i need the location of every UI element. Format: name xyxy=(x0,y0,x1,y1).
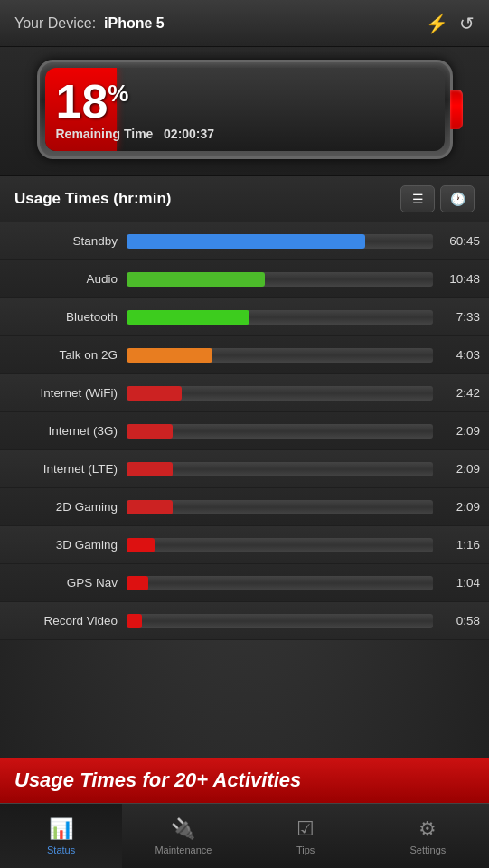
usage-bar-fill xyxy=(127,500,173,514)
status-tab-label: Status xyxy=(47,844,75,855)
maintenance-tab-icon: 🔌 xyxy=(171,817,195,841)
usage-controls: ☰ 🕐 xyxy=(400,185,475,212)
usage-bar-container xyxy=(127,500,433,514)
usage-row-label: Standby xyxy=(9,234,127,248)
refresh-icon[interactable]: ↺ xyxy=(459,13,475,34)
usage-bar-fill xyxy=(127,234,365,249)
header: Your Device: iPhone 5 ⚡ ↺ xyxy=(0,0,489,47)
tips-tab-icon: ☑ xyxy=(296,817,315,841)
battery-percent: 18% xyxy=(56,78,215,125)
usage-bar-fill xyxy=(127,424,173,439)
filter-icon: ☰ xyxy=(412,192,424,206)
banner-text: Usage Times for 20+ Activities xyxy=(14,769,301,792)
usage-row: Internet (WiFi) 2:42 xyxy=(0,374,489,412)
usage-bar-fill xyxy=(127,462,173,476)
usage-row-time: 2:42 xyxy=(442,386,480,400)
usage-bar-container xyxy=(127,576,433,590)
maintenance-tab-label: Maintenance xyxy=(155,844,212,855)
usage-row-label: Talk on 2G xyxy=(9,348,127,362)
usage-header: Usage Times (hr:min) ☰ 🕐 xyxy=(0,175,489,222)
battery-fill-bg: 18% Remaining Time 02:00:37 xyxy=(45,68,445,151)
usage-row-time: 2:09 xyxy=(442,500,480,514)
battery-outer: 18% Remaining Time 02:00:37 xyxy=(37,60,453,159)
device-label: Your Device: iPhone 5 xyxy=(14,15,165,32)
usage-row: 3D Gaming 1:16 xyxy=(0,526,489,564)
usage-row-label: Bluetooth xyxy=(9,310,127,324)
tab-tips[interactable]: ☑ Tips xyxy=(245,804,367,868)
usage-row-time: 7:33 xyxy=(442,310,480,324)
battery-percent-symbol: % xyxy=(108,80,128,107)
usage-bar-container xyxy=(127,614,433,628)
usage-row-label: Internet (WiFi) xyxy=(9,386,127,400)
usage-bar-container xyxy=(127,462,433,476)
filter-button[interactable]: ☰ xyxy=(400,185,435,212)
usage-row-time: 2:09 xyxy=(442,424,480,438)
tab-settings[interactable]: ⚙ Settings xyxy=(367,804,489,868)
usage-row: Record Video 0:58 xyxy=(0,602,489,640)
usage-row: Internet (3G) 2:09 xyxy=(0,412,489,450)
usage-row-time: 1:16 xyxy=(442,538,480,552)
usage-bar-container xyxy=(127,424,433,439)
settings-tab-icon: ⚙ xyxy=(418,817,437,841)
remaining-label: Remaining Time xyxy=(56,127,154,141)
usage-bar-container xyxy=(127,234,433,249)
usage-row-time: 0:58 xyxy=(442,614,480,627)
usage-row: Internet (LTE) 2:09 xyxy=(0,450,489,488)
clock-button[interactable]: 🕐 xyxy=(440,185,475,212)
usage-row: Audio 10:48 xyxy=(0,260,489,298)
device-prefix: Your Device: xyxy=(14,15,96,31)
usage-bar-fill xyxy=(127,386,182,401)
clock-icon: 🕐 xyxy=(450,192,465,206)
usage-row-label: GPS Nav xyxy=(9,576,127,590)
usage-row-time: 1:04 xyxy=(442,576,480,590)
battery-remaining: Remaining Time 02:00:37 xyxy=(56,127,215,141)
usage-bar-container xyxy=(127,310,433,325)
usage-bar-container xyxy=(127,272,433,287)
usage-row-time: 2:09 xyxy=(442,462,480,476)
usage-row-time: 10:48 xyxy=(442,272,480,286)
usage-row-label: Audio xyxy=(9,272,127,286)
remaining-time: 02:00:37 xyxy=(164,127,214,141)
usage-row: 2D Gaming 2:09 xyxy=(0,488,489,526)
usage-row: Talk on 2G 4:03 xyxy=(0,336,489,374)
usage-bar-container xyxy=(127,386,433,401)
status-tab-icon: 📊 xyxy=(49,817,73,841)
main-content: 18% Remaining Time 02:00:37 Usage Times … xyxy=(0,47,489,803)
battery-section: 18% Remaining Time 02:00:37 xyxy=(0,47,489,175)
usage-row-label: Internet (LTE) xyxy=(9,462,127,476)
tips-tab-label: Tips xyxy=(296,844,315,855)
usage-row: Standby 60:45 xyxy=(0,222,489,260)
header-icons: ⚡ ↺ xyxy=(426,13,475,34)
usage-title: Usage Times (hr:min) xyxy=(14,190,172,208)
usage-row-label: 3D Gaming xyxy=(9,538,127,552)
usage-row-time: 4:03 xyxy=(442,348,480,362)
usage-bar-fill xyxy=(127,348,212,363)
device-name: iPhone 5 xyxy=(104,15,165,31)
usage-bar-fill xyxy=(127,614,142,628)
usage-row: Bluetooth 7:33 xyxy=(0,298,489,336)
plug-icon[interactable]: ⚡ xyxy=(426,13,448,34)
usage-row-label: Record Video xyxy=(9,614,127,627)
usage-bar-fill xyxy=(127,538,155,552)
usage-bar-fill xyxy=(127,576,148,590)
usage-bar-container xyxy=(127,348,433,363)
usage-row-label: Internet (3G) xyxy=(9,424,127,438)
promo-banner: Usage Times for 20+ Activities xyxy=(0,758,489,803)
usage-row-label: 2D Gaming xyxy=(9,500,127,514)
usage-bar-container xyxy=(127,538,433,552)
usage-list: Standby 60:45 Audio 10:48 Bluetooth 7:33… xyxy=(0,222,489,803)
tab-maintenance[interactable]: 🔌 Maintenance xyxy=(122,804,244,868)
battery-percent-value: 18 xyxy=(56,75,108,127)
usage-bar-fill xyxy=(127,310,249,325)
usage-row-time: 60:45 xyxy=(442,234,480,248)
usage-bar-fill xyxy=(127,272,265,287)
usage-row: GPS Nav 1:04 xyxy=(0,564,489,602)
battery-content: 18% Remaining Time 02:00:37 xyxy=(45,78,215,141)
battery-tip xyxy=(450,90,463,129)
tab-status[interactable]: 📊 Status xyxy=(0,804,122,868)
settings-tab-label: Settings xyxy=(410,844,447,855)
tab-bar: 📊 Status 🔌 Maintenance ☑ Tips ⚙ Settings xyxy=(0,803,489,868)
